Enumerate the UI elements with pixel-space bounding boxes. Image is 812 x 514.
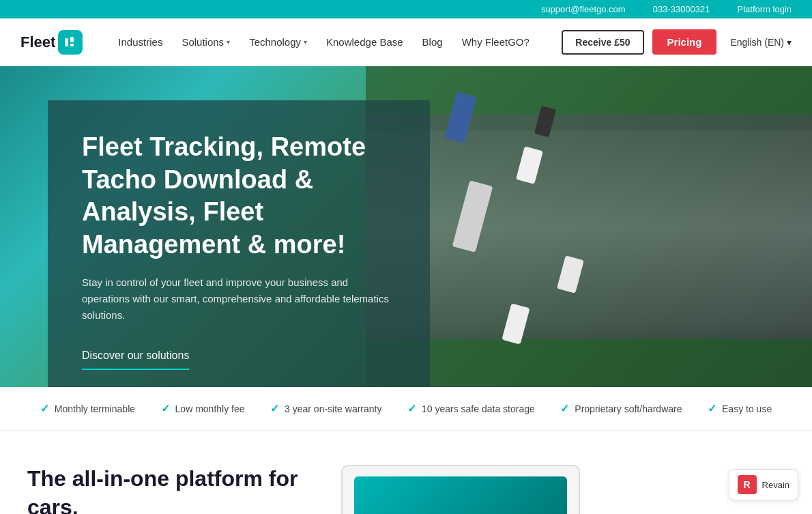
nav-item-knowledge-base[interactable]: Knowledge Base (318, 31, 411, 53)
svg-rect-0 (65, 38, 68, 46)
feature-label: Easy to use (722, 403, 772, 414)
receive-button[interactable]: Receive £50 (562, 30, 643, 55)
road-overlay (366, 66, 813, 387)
device-mockup: FleetGo (341, 465, 580, 514)
nav-item-industries[interactable]: Industries (110, 31, 171, 53)
chevron-down-icon: ▾ (304, 38, 307, 46)
feature-label: 10 years safe data storage (422, 403, 535, 414)
hero-title: Fleet Tracking, Remote Tacho Download & … (82, 131, 396, 261)
feature-label: Low monthly fee (175, 403, 245, 414)
nav-actions: Receive £50 Pricing English (EN) ▾ (562, 29, 792, 55)
logo-icon (58, 30, 83, 55)
feature-low-monthly-fee: ✓ Low monthly fee (161, 402, 245, 415)
logo-text: Fleet (20, 33, 55, 51)
nav-item-why-fleetgo[interactable]: Why FleetGO? (454, 31, 538, 53)
language-selector[interactable]: English (EN) ▾ (730, 37, 792, 48)
nav-item-solutions[interactable]: Solutions ▾ (173, 31, 238, 53)
topbar-login[interactable]: Platform login (738, 4, 792, 14)
logo[interactable]: Fleet (20, 30, 83, 55)
pricing-button[interactable]: Pricing (652, 29, 717, 55)
discover-button[interactable]: Discover our solutions (82, 344, 189, 370)
revain-icon: R (738, 475, 757, 494)
feature-warranty: ✓ 3 year on-site warranty (270, 402, 381, 415)
check-icon: ✓ (708, 402, 716, 415)
navbar: Fleet Industries Solutions ▾ Technology … (0, 18, 812, 66)
device-screen: FleetGo (354, 476, 566, 514)
nav-links: Industries Solutions ▾ Technology ▾ Know… (110, 31, 562, 53)
features-bar: ✓ Monthly terminable ✓ Low monthly fee ✓… (0, 387, 812, 431)
check-icon: ✓ (407, 402, 416, 415)
lang-label: English (EN) (730, 37, 784, 48)
check-icon: ✓ (560, 402, 569, 415)
topbar-email[interactable]: support@fleetgo.com (541, 4, 626, 14)
chevron-down-icon: ▾ (227, 38, 230, 46)
feature-monthly-terminable: ✓ Monthly terminable (40, 402, 135, 415)
revain-label: Revain (762, 480, 789, 490)
feature-label: Proprietary soft/hardware (575, 403, 682, 414)
check-icon: ✓ (40, 402, 49, 415)
chevron-down-icon: ▾ (787, 37, 792, 48)
revain-badge[interactable]: R Revain (729, 469, 798, 500)
feature-label: 3 year on-site warranty (285, 403, 381, 414)
nav-item-technology[interactable]: Technology ▾ (241, 31, 315, 53)
topbar: support@fleetgo.com 033-33000321 Platfor… (0, 0, 812, 18)
svg-rect-2 (70, 44, 74, 46)
check-icon: ✓ (270, 402, 279, 415)
hero-content: Fleet Tracking, Remote Tacho Download & … (48, 100, 430, 387)
topbar-phone: 033-33000321 (653, 4, 710, 14)
feature-easy-to-use: ✓ Easy to use (708, 402, 772, 415)
below-section: The all-in-one platform for cars, FleetG… (0, 431, 812, 514)
feature-data-storage: ✓ 10 years safe data storage (407, 402, 535, 415)
svg-rect-1 (70, 37, 74, 42)
nav-item-blog[interactable]: Blog (414, 31, 451, 53)
hero-subtitle: Stay in control of your fleet and improv… (82, 274, 396, 324)
feature-proprietary: ✓ Proprietary soft/hardware (560, 402, 682, 415)
below-title: The all-in-one platform for cars, (27, 465, 300, 514)
feature-label: Monthly terminable (55, 403, 135, 414)
hero-section: Fleet Tracking, Remote Tacho Download & … (0, 66, 812, 387)
check-icon: ✓ (161, 402, 170, 415)
